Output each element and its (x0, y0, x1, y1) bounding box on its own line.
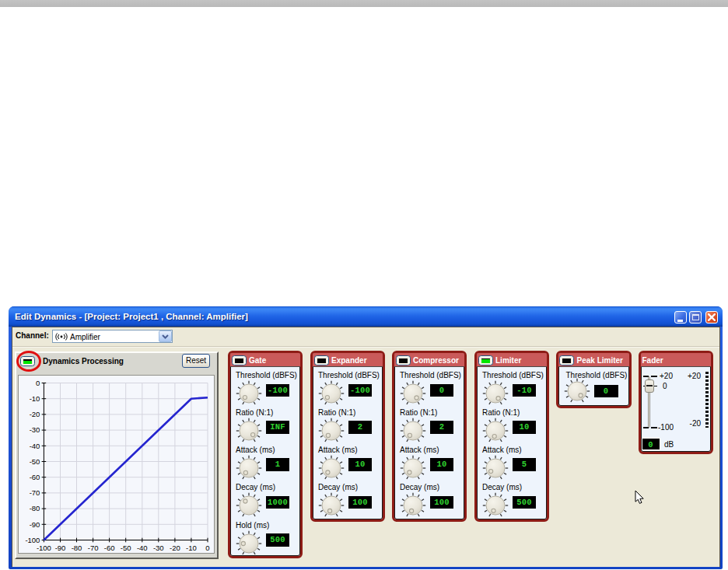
svg-text:-30: -30 (30, 425, 40, 434)
svg-text:-70: -70 (30, 488, 40, 497)
svg-text:0: 0 (36, 379, 40, 387)
svg-text:0: 0 (205, 544, 209, 552)
svg-text:-50: -50 (30, 457, 40, 466)
svg-text:-20: -20 (30, 410, 40, 418)
svg-text:-90: -90 (55, 544, 66, 552)
svg-text:-30: -30 (153, 544, 164, 552)
svg-text:-60: -60 (30, 473, 40, 481)
svg-text:-100: -100 (25, 536, 40, 544)
svg-text:-10: -10 (30, 394, 40, 403)
svg-text:-100: -100 (37, 544, 51, 552)
svg-text:-70: -70 (88, 544, 99, 552)
svg-text:-40: -40 (30, 442, 40, 450)
svg-text:-50: -50 (121, 544, 131, 552)
svg-text:-60: -60 (104, 544, 115, 552)
svg-text:-90: -90 (30, 520, 40, 529)
svg-text:-20: -20 (170, 544, 180, 552)
svg-text:-80: -80 (30, 504, 40, 512)
svg-text:-40: -40 (137, 544, 148, 552)
svg-text:-80: -80 (72, 544, 82, 552)
svg-text:-10: -10 (186, 544, 197, 552)
